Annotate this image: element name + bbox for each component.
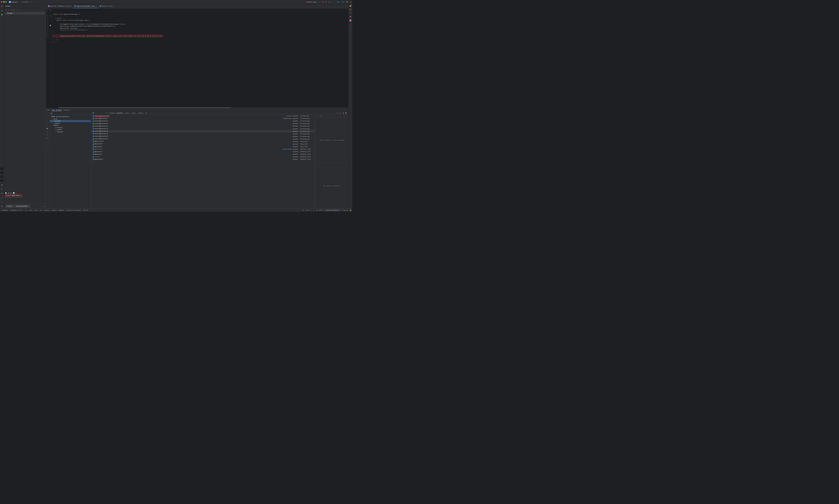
db-icon[interactable]: 🛢	[1, 193, 3, 195]
search-icon[interactable]: 🔍	[346, 1, 348, 3]
breadcrumb-segment[interactable]: ⓜ main	[84, 210, 89, 211]
collapse-icon[interactable]: ⤡	[346, 115, 347, 117]
encoding-label[interactable]: UTF-8	[319, 210, 323, 211]
branch-tree-node[interactable]: ⌄Local	[50, 118, 91, 120]
commit-message-input[interactable]	[5, 195, 22, 197]
branch-tree-node[interactable]: ⌄Remote	[50, 124, 91, 126]
ai-assistant-icon[interactable]	[350, 19, 351, 21]
editor-tab[interactable]: ApplicationLoader.java×	[73, 4, 98, 8]
ai-icon[interactable]: ⟐	[16, 192, 17, 194]
more-icon[interactable]: ⋮	[332, 1, 333, 3]
breadcrumb-segment[interactable]: Ⓒ ApplicationLoader	[67, 210, 82, 211]
commit-row[interactable]: branch 修改commit 19 gaodebo 31 minutes ag…	[91, 130, 315, 132]
breadcrumb-segment[interactable]: ▸ MdpDemo-starter	[10, 210, 23, 211]
breadcrumb-segment[interactable]: com	[40, 210, 42, 211]
changelist-icon[interactable]: ◇	[17, 9, 17, 11]
history-icon[interactable]: 🕓	[13, 192, 15, 194]
fetch-icon[interactable]: ⇣	[47, 125, 48, 127]
run-icon[interactable]: ▷	[319, 1, 320, 3]
commit-row[interactable]: 修改commit 7 gaodebo Today 10:47	[91, 145, 315, 148]
settings-icon[interactable]: ⚙	[47, 134, 48, 136]
intention-bulb-icon[interactable]: 💡	[50, 25, 51, 26]
line-sep-label[interactable]: LF	[316, 210, 318, 211]
next-icon[interactable]: ↗	[319, 115, 319, 117]
readonly-icon[interactable]: 🔓	[350, 210, 351, 211]
editor-tab[interactable]: pom.xml (MdpDemo-starter)	[47, 4, 73, 8]
run-config-selector[interactable]: ⦿ Hello.test ⌄	[306, 1, 318, 3]
branch-tree-node[interactable]: HEAD (Current Branch)	[50, 115, 91, 118]
run-gutter-icon[interactable]: ▶	[50, 9, 51, 11]
eye-icon[interactable]: 👁	[343, 112, 344, 114]
show-diff-icon[interactable]: 👁	[14, 9, 15, 11]
build-icon[interactable]: ◫	[1, 197, 3, 199]
notifications-icon[interactable]: 🔔	[350, 5, 351, 6]
commit-and-push-button[interactable]: Commit and Push...	[15, 205, 30, 208]
layout-icon[interactable]: ▭	[47, 137, 48, 139]
problems-icon[interactable]: ⊘	[1, 201, 3, 203]
breadcrumb-segment[interactable]: java	[35, 210, 38, 211]
commit-row[interactable]: branch 修改commit 16 gaodebo 38 minutes ag…	[91, 132, 315, 135]
commit-settings-icon[interactable]: ⚙	[43, 205, 44, 207]
find-icon[interactable]: 🔍	[345, 112, 347, 114]
branch-tree-node[interactable]: ★ master	[50, 128, 91, 131]
breadcrumb-segment[interactable]: MdpDemo	[59, 210, 64, 211]
branch-tree-node[interactable]: ᚶ branch2↗	[50, 120, 91, 122]
presentation-icon[interactable]: ⊞	[303, 210, 304, 211]
translate-icon[interactable]: 文A	[342, 1, 344, 3]
vcs-branch-widget[interactable]: ᚶ branch2 ↗ ⌄	[21, 1, 32, 3]
maven-icon[interactable]: m	[350, 16, 351, 18]
minimize-window-icon[interactable]	[3, 1, 4, 2]
tab-log[interactable]: Log: branch2	[52, 109, 61, 111]
eye-icon[interactable]: 👁	[321, 115, 322, 117]
refresh-icon[interactable]: ⟳	[5, 9, 6, 11]
regex-label[interactable]: .*	[105, 112, 106, 114]
commit-row[interactable]: 修改commit 7 gaodebo 2023/12/1, 16:42	[91, 150, 315, 153]
git-tool-icon[interactable]: ᚶ	[1, 205, 3, 208]
breadcrumb-segment[interactable]: src	[25, 210, 28, 211]
commit-row[interactable]: branch 修改commit 56 ⬦ branch2 gaodebo 3 m…	[91, 114, 315, 117]
minimize-icon[interactable]: —	[346, 109, 346, 111]
coin-icon[interactable]: ◎	[350, 12, 351, 14]
commit-row[interactable]: master 6 gaodebo 2023/12/1, 16:36	[91, 156, 315, 158]
commit-row[interactable]: 修改commit 10 gaodebo Today 10:47	[91, 140, 315, 143]
coverage-icon[interactable]: ⬚	[350, 26, 351, 28]
options-icon[interactable]: ⋮	[343, 109, 344, 111]
refresh-icon[interactable]: ⟳	[337, 112, 338, 114]
editor-tab[interactable]: Mockito.class	[98, 4, 114, 8]
search-icon[interactable]: 🔍	[47, 128, 49, 129]
collapse2-icon[interactable]: ›	[47, 144, 48, 145]
expand-icon[interactable]: ‹	[47, 141, 48, 142]
inspection-ok-icon[interactable]: ✔	[346, 9, 347, 11]
commit-row[interactable]: branch 修改commit 24 gaodebo 24 minutes ag…	[91, 120, 315, 122]
plugin-icon[interactable]: S	[1, 167, 3, 169]
case-label[interactable]: Cc	[107, 112, 109, 114]
shield-icon[interactable]: ✔	[311, 210, 312, 211]
structure-tool-icon[interactable]: 🧩	[1, 14, 3, 16]
amend-checkbox[interactable]	[5, 193, 6, 194]
run-gutter-icon[interactable]: ▶	[50, 15, 51, 17]
collapse-icon[interactable]: ‹	[47, 113, 48, 114]
commit-row[interactable]: 修改commit 8 gaodebo Today 10:47	[91, 143, 315, 145]
plugin-icon[interactable]: ◐	[1, 172, 3, 174]
code-with-me-icon[interactable]: 👤⁺	[337, 1, 340, 3]
tab-git[interactable]: Git	[47, 109, 50, 111]
branch-tree-node[interactable]: ᚶ branch2	[50, 131, 91, 133]
coverage-icon[interactable]: ⮳	[326, 1, 327, 3]
env-label[interactable]: env:test swimlane:	[325, 209, 340, 211]
commit-row[interactable]: branch 修改commit 21 gaodebo 29 minutes ag…	[91, 122, 315, 125]
add-icon[interactable]: ＋	[47, 116, 48, 118]
commit-row[interactable]: branch 修改commit 15 gaodebo 38 minutes ag…	[91, 135, 315, 138]
branch-tree-node[interactable]: ⌄🗀 origin	[50, 126, 91, 129]
commit-button[interactable]: Commit	[5, 205, 14, 208]
breadcrumb[interactable]: ▸ MdpDemo›▸ MdpDemo-starter›src›main›jav…	[1, 210, 89, 211]
commit-row[interactable]: branch 修改commit 14 gaodebo 38 minutes ag…	[91, 138, 315, 140]
maximize-window-icon[interactable]	[5, 1, 6, 2]
date-filter[interactable]: Date ⌄	[132, 112, 137, 114]
commit-row[interactable]: 修改branch1 4 gaodebo 2023/12/1, 16:35	[91, 158, 315, 161]
open-new-tab-icon[interactable]: ⊞	[146, 112, 147, 114]
group-icon[interactable]: ⤫	[19, 9, 20, 11]
project-selector[interactable]: MD MdpDemo ⌄	[8, 0, 20, 3]
favorite-icon[interactable]: ★	[47, 131, 48, 132]
prev-icon[interactable]: ↘	[317, 115, 317, 117]
commit-row[interactable]: branch 修改commit 21 gaodebo 29 minutes ag…	[91, 125, 315, 127]
